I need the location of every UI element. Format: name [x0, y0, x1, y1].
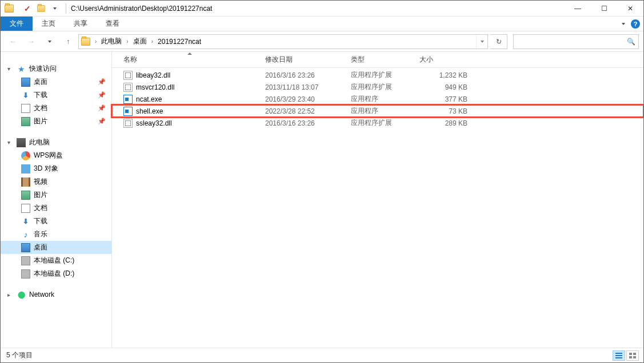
file-tab[interactable]: 文件: [1, 17, 33, 31]
sidebar-item-文档[interactable]: 文档: [1, 201, 111, 215]
file-list[interactable]: libeay32.dll2016/3/16 23:26应用程序扩展1,232 K…: [112, 68, 643, 349]
file-date: 2013/11/18 13:07: [261, 83, 346, 91]
large-icons-view-button[interactable]: [626, 350, 639, 361]
breadcrumb-folder[interactable]: 20191227ncat: [155, 35, 203, 49]
sidebar-item-3D 对象[interactable]: 3D 对象: [1, 162, 111, 175]
sidebar-item-桌面[interactable]: 桌面: [1, 241, 111, 254]
svg-rect-3: [629, 353, 632, 355]
search-box[interactable]: 🔍: [513, 34, 639, 49]
download-icon: ⬇: [21, 91, 30, 100]
sidebar-item-桌面[interactable]: 桌面📌: [1, 75, 111, 88]
sidebar-item-WPS网盘[interactable]: WPS网盘: [1, 149, 111, 162]
file-size: 377 KB: [415, 95, 472, 103]
properties-button[interactable]: ✓: [21, 2, 34, 15]
column-type[interactable]: 类型: [346, 52, 415, 67]
desktop-icon: [21, 243, 30, 252]
file-row[interactable]: msvcr120.dll2013/11/18 13:07应用程序扩展949 KB: [112, 81, 643, 93]
help-icon[interactable]: ?: [631, 19, 640, 29]
pin-icon: 📌: [98, 104, 106, 112]
network-header[interactable]: ▸ ⬤ Network: [1, 288, 111, 301]
download-icon: ⬇: [21, 217, 30, 226]
file-row[interactable]: ncat.exe2016/3/29 23:40应用程序377 KB: [112, 93, 643, 105]
sidebar-item-文档[interactable]: 文档📌: [1, 102, 111, 115]
status-bar: 5 个项目: [1, 348, 643, 362]
qat-customize[interactable]: [49, 2, 61, 15]
chevron-right-icon[interactable]: ›: [124, 38, 130, 45]
folder-icon: [81, 38, 90, 46]
details-view-button[interactable]: [613, 350, 625, 361]
sidebar-item-本地磁盘 (C:)[interactable]: 本地磁盘 (C:): [1, 254, 111, 267]
sidebar-item-本地磁盘 (D:)[interactable]: 本地磁盘 (D:): [1, 267, 111, 280]
recent-locations[interactable]: [42, 35, 58, 49]
sidebar-item-视频[interactable]: 视频: [1, 175, 111, 188]
network-label: Network: [29, 291, 54, 299]
refresh-button[interactable]: ↻: [490, 34, 507, 49]
sidebar-item-label: 视频: [34, 177, 47, 187]
back-button[interactable]: ←: [5, 35, 21, 49]
pin-icon: 📌: [98, 78, 106, 86]
file-size: 73 KB: [415, 107, 472, 115]
file-size: 289 KB: [415, 119, 472, 127]
sidebar-item-label: 文档: [34, 103, 47, 113]
sidebar-item-图片[interactable]: 图片: [1, 188, 111, 201]
file-type: 应用程序扩展: [346, 82, 415, 92]
chevron-right-icon[interactable]: ›: [93, 38, 99, 45]
sidebar-item-label: 本地磁盘 (C:): [34, 256, 74, 265]
forward-button[interactable]: →: [23, 35, 39, 49]
minimize-button[interactable]: —: [565, 1, 591, 17]
sidebar-item-音乐[interactable]: ♪音乐: [1, 228, 111, 241]
pc-icon: [17, 138, 26, 147]
address-history[interactable]: [476, 35, 487, 49]
quick-access-toolbar: ✓: [1, 2, 63, 15]
sidebar-item-label: 图片: [34, 190, 47, 200]
file-name: msvcr120.dll: [136, 83, 174, 91]
close-button[interactable]: ✕: [617, 1, 643, 17]
sidebar-item-下载[interactable]: ⬇下载📌: [1, 88, 111, 102]
wps-icon: [21, 151, 30, 160]
svg-rect-4: [633, 353, 636, 355]
ribbon-collapse-icon[interactable]: [622, 23, 625, 25]
item-count: 5 个项目: [6, 350, 33, 360]
file-type: 应用程序扩展: [346, 70, 415, 80]
tab-view[interactable]: 查看: [97, 17, 129, 31]
file-date: 2016/3/29 23:40: [261, 95, 346, 103]
chevron-right-icon[interactable]: ›: [149, 38, 155, 45]
maximize-button[interactable]: ☐: [591, 1, 617, 17]
folder-icon: [3, 2, 15, 15]
file-row[interactable]: shell.exe2022/3/28 22:52应用程序73 KB: [112, 105, 643, 117]
sidebar-item-下载[interactable]: ⬇下载: [1, 215, 111, 228]
chevron-down-icon[interactable]: ▾: [7, 66, 13, 72]
pin-icon: 📌: [98, 118, 106, 125]
column-size[interactable]: 大小: [415, 52, 472, 67]
dll-icon: [123, 83, 133, 92]
sidebar-item-label: 图片: [34, 116, 47, 126]
search-input[interactable]: [514, 38, 623, 46]
ribbon-tabs: 文件 主页 共享 查看 ?: [1, 17, 643, 31]
breadcrumb-pc[interactable]: 此电脑: [99, 35, 124, 49]
search-icon[interactable]: 🔍: [623, 38, 638, 46]
tab-home[interactable]: 主页: [33, 17, 65, 31]
pic-icon: [21, 117, 30, 126]
chevron-down-icon[interactable]: ▾: [7, 139, 13, 146]
sidebar-item-图片[interactable]: 图片📌: [1, 115, 111, 128]
disk-icon: [21, 269, 30, 279]
disk-icon: [21, 256, 30, 265]
address-bar[interactable]: › 此电脑 › 桌面 › 20191227ncat: [78, 34, 488, 49]
up-button[interactable]: ↑: [60, 35, 76, 49]
sidebar-item-label: WPS网盘: [34, 151, 63, 160]
file-date: 2022/3/28 22:52: [261, 107, 346, 115]
column-date[interactable]: 修改日期: [261, 52, 346, 67]
file-row[interactable]: libeay32.dll2016/3/16 23:26应用程序扩展1,232 K…: [112, 69, 643, 81]
qat-separator: [17, 2, 20, 15]
file-name: shell.exe: [136, 107, 163, 115]
file-row[interactable]: ssleay32.dll2016/3/16 23:26应用程序扩展289 KB: [112, 117, 643, 129]
svg-rect-1: [615, 355, 622, 356]
file-type: 应用程序: [346, 106, 415, 116]
new-folder-button[interactable]: [35, 2, 47, 15]
column-name[interactable]: 名称: [119, 52, 261, 67]
this-pc-header[interactable]: ▾ 此电脑: [1, 136, 111, 149]
breadcrumb-desktop[interactable]: 桌面: [131, 35, 149, 49]
tab-share[interactable]: 共享: [65, 17, 97, 31]
chevron-right-icon[interactable]: ▸: [7, 292, 13, 298]
quick-access-header[interactable]: ▾ ★ 快速访问: [1, 62, 111, 75]
